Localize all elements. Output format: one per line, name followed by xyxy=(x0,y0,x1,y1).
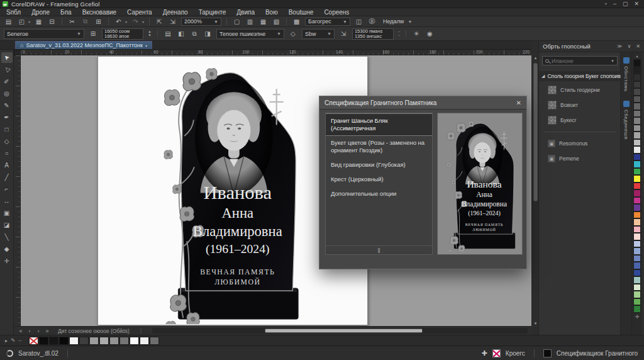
artistic-media-tool[interactable]: ✒ xyxy=(1,112,13,123)
add-tool-button[interactable]: ✛ xyxy=(1,256,13,266)
menu-item[interactable]: Вою xyxy=(265,9,278,16)
preset-list-combo[interactable]: Seneroe ▼ xyxy=(4,29,84,39)
snap-to-combo[interactable]: Недалw ▼ xyxy=(380,18,419,26)
color-swatch[interactable] xyxy=(633,262,641,269)
mirror-vertical-button[interactable]: ◨ xyxy=(203,30,212,37)
workspace-icon[interactable]: ▫ xyxy=(605,1,607,7)
color-swatch[interactable] xyxy=(140,337,149,345)
shape-tool[interactable]: ▷ xyxy=(1,64,13,75)
color-swatch[interactable] xyxy=(633,255,641,262)
color-swatch[interactable] xyxy=(633,226,641,233)
color-swatch[interactable] xyxy=(633,269,641,277)
flyout-arrow-icon[interactable]: ▸ xyxy=(5,338,8,344)
ellipse-tool[interactable]: ○ xyxy=(1,148,13,159)
color-swatch[interactable] xyxy=(633,67,641,74)
color-swatch[interactable] xyxy=(633,276,641,284)
open-dropdown-icon[interactable]: ▾ xyxy=(28,20,30,24)
color-swatch[interactable] xyxy=(633,59,641,67)
wireframe-button[interactable]: ▩ xyxy=(292,17,301,26)
horizontal-scrollbar[interactable] xyxy=(152,328,528,334)
object-size-fields[interactable]: 15300 пманs 1350 ангшкс xyxy=(352,28,394,40)
palette-scroll-up-icon[interactable]: ▴ xyxy=(636,53,638,59)
copy-settings-button[interactable]: ⧉ xyxy=(190,30,199,38)
tree-item[interactable]: Стиль геодерни xyxy=(539,82,621,98)
color-swatch[interactable] xyxy=(633,168,641,176)
no-color-swatch[interactable] xyxy=(29,337,38,345)
spec-list-item[interactable]: Крест (Церковный) xyxy=(326,172,432,187)
color-swatch[interactable] xyxy=(633,218,641,226)
menu-item[interactable]: Дропе xyxy=(31,9,50,16)
menu-item[interactable]: Сарента xyxy=(127,9,152,16)
menu-item[interactable]: Sпбл xyxy=(6,9,21,16)
color-swatch[interactable] xyxy=(69,337,79,345)
docker-side-tab[interactable]: Обнстамь xyxy=(623,57,630,92)
smear-tool[interactable]: ✐ xyxy=(1,76,13,87)
snap-options-button[interactable]: ◫ xyxy=(354,17,364,26)
color-swatch[interactable] xyxy=(633,96,641,103)
spec-list-item[interactable]: Гранит Шаньси Бляк (Ассиметричная xyxy=(326,113,432,136)
view-enhanced-button[interactable]: ▧ xyxy=(272,17,281,26)
position-y-value[interactable]: 18630 апое xyxy=(104,34,141,39)
save-button[interactable]: ▦ xyxy=(34,17,43,26)
outline-color-swatch[interactable] xyxy=(543,349,552,357)
size-height-value[interactable]: 1350 ангшкс xyxy=(355,34,391,39)
spec-list-item[interactable]: Дополнительные опции xyxy=(326,187,432,201)
print-button[interactable]: ⊟ xyxy=(47,17,57,26)
blend-mode-combo[interactable]: Тепоее пшиезпне ▼ xyxy=(216,29,284,39)
color-swatch[interactable] xyxy=(633,204,641,211)
tree-item[interactable]: Вовоит xyxy=(539,98,621,113)
fullscreen-preview-button[interactable]: ▢ xyxy=(232,17,242,26)
tab-dropdown-icon[interactable]: ▾ xyxy=(145,43,147,48)
expand-caret-icon[interactable]: ◢ xyxy=(541,74,545,79)
tree-item[interactable]: ▣Pemene xyxy=(539,151,621,166)
color-swatch[interactable] xyxy=(633,160,641,168)
color-swatch[interactable] xyxy=(633,110,641,118)
color-swatch[interactable] xyxy=(633,305,641,313)
connector-tool[interactable]: ⌐ xyxy=(1,184,13,194)
color-swatch[interactable] xyxy=(39,337,48,345)
menu-item[interactable]: Бпа xyxy=(60,9,72,16)
preset-combo[interactable]: Багогрес ▼ xyxy=(305,18,350,26)
object-position-fields[interactable]: 16050 соом 18630 апое xyxy=(102,28,143,40)
palette-more-icon[interactable]: ✛ xyxy=(635,314,640,320)
spec-list-item[interactable]: Вид гравировки (Глубокая) xyxy=(326,158,432,172)
color-swatch[interactable] xyxy=(99,337,109,345)
color-swatch[interactable] xyxy=(633,146,641,154)
export-button[interactable]: ⇲ xyxy=(168,17,177,26)
undo-button[interactable]: ↶ xyxy=(114,17,123,26)
mirror-horizontal-button[interactable]: ◧ xyxy=(177,30,186,37)
maximize-button[interactable]: ▢ xyxy=(623,1,628,7)
color-swatch[interactable] xyxy=(633,103,641,110)
frame-tool[interactable]: ▣ xyxy=(1,208,13,218)
vertical-scrollbar-thumb[interactable] xyxy=(533,63,538,201)
angle-combo[interactable]: Sbw ▼ xyxy=(302,29,335,39)
zoom-tool[interactable]: ◎ xyxy=(1,88,13,99)
color-swatch[interactable] xyxy=(633,240,641,248)
color-swatch[interactable] xyxy=(633,189,641,197)
color-swatch[interactable] xyxy=(59,337,69,345)
import-button[interactable]: ⇱ xyxy=(155,17,164,26)
page-nav-button[interactable]: › xyxy=(35,328,42,334)
new-document-button[interactable]: ▤ xyxy=(4,17,13,26)
menu-item[interactable]: Деенапо xyxy=(163,9,188,16)
freehand-tool[interactable]: ✎ xyxy=(1,100,13,111)
page-layout-icon[interactable]: ▤ xyxy=(164,30,172,37)
redo-dropdown-icon[interactable]: ▾ xyxy=(142,20,144,24)
color-swatch[interactable] xyxy=(89,337,99,345)
color-swatch[interactable] xyxy=(109,337,119,345)
color-swatch[interactable] xyxy=(633,211,641,219)
spec-list-item[interactable]: Букет цветов (Розы - заменено на орнамен… xyxy=(326,136,432,158)
zoom-level-combo[interactable]: 2000% ▼ xyxy=(181,18,221,26)
docker-tree-root[interactable]: ◢ Споль гооорня Букег спопоивеамный xyxy=(539,71,621,81)
vertical-scrollbar[interactable]: ▲ ▼ xyxy=(531,55,538,326)
color-swatch[interactable] xyxy=(633,175,641,183)
menu-item[interactable]: Сореенs xyxy=(324,9,349,16)
color-swatch[interactable] xyxy=(633,125,641,132)
dimension-tool[interactable]: ↔ xyxy=(1,196,13,206)
color-swatch[interactable] xyxy=(150,337,159,345)
horizontal-scrollbar-thumb[interactable] xyxy=(265,329,423,333)
view-simple-button[interactable]: ▥ xyxy=(245,17,255,26)
position-spinner[interactable]: ▲▼ xyxy=(148,30,152,37)
menu-item[interactable]: Двипа xyxy=(236,9,255,16)
open-button[interactable]: ◰ xyxy=(17,17,26,26)
